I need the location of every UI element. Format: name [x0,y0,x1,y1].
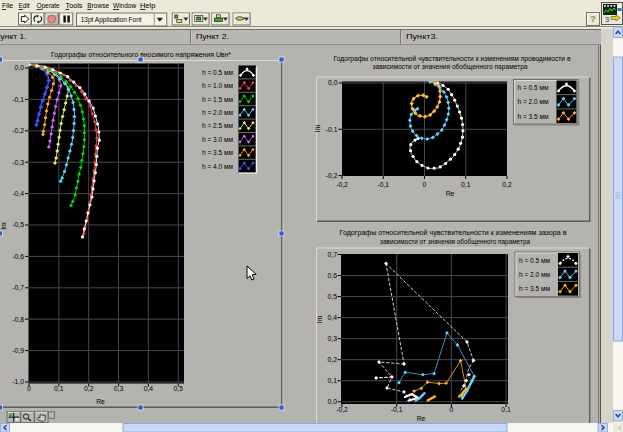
svg-text:-0,9: -0,9 [12,347,24,354]
svg-text:-0,8: -0,8 [12,316,24,323]
svg-text:13pt Application Font: 13pt Application Font [81,15,142,24]
svg-text:-0,5: -0,5 [12,221,24,228]
svg-text:Im: Im [316,315,323,323]
svg-text:0,1: 0,1 [328,377,338,384]
svg-text:Re: Re [417,415,426,422]
svg-text:h = 2.5 мм: h = 2.5 мм [202,122,233,129]
svg-text:0,3: 0,3 [114,385,124,392]
svg-text:зависимости от значения обобще: зависимости от значения обобщенного пара… [373,63,528,71]
svg-text:-0,3: -0,3 [12,159,24,166]
svg-text:-0,1: -0,1 [391,406,403,413]
svg-text:-0,2: -0,2 [12,127,24,134]
svg-text:h = 1.5 мм: h = 1.5 мм [202,96,233,103]
svg-text:0,2: 0,2 [502,181,512,188]
svg-text:Browse: Browse [87,1,109,10]
svg-text:Operate: Operate [37,1,60,10]
svg-text:0,1: 0,1 [461,181,471,188]
svg-text:Edit: Edit [19,1,31,10]
svg-text:Пункт 2.: Пункт 2. [196,32,229,41]
svg-text:-0,1: -0,1 [12,96,24,103]
svg-text:h = 0.5 мм: h = 0.5 мм [519,257,550,264]
svg-text:Пункт3.: Пункт3. [406,32,438,41]
svg-text:h = 3.5 мм: h = 3.5 мм [518,113,549,120]
svg-text:0: 0 [423,181,427,188]
svg-text:0,3: 0,3 [328,335,338,342]
svg-text:h = 2.0 мм: h = 2.0 мм [519,271,550,278]
svg-text:0,5: 0,5 [174,385,184,392]
svg-text:0,0: 0,0 [328,79,338,86]
svg-text:h = 1.0 мм: h = 1.0 мм [202,82,233,89]
svg-text:-0,4: -0,4 [12,190,24,197]
svg-text:0,2: 0,2 [84,385,94,392]
svg-text:0,7: 0,7 [328,251,338,258]
svg-text:h = 2.0 мм: h = 2.0 мм [518,98,549,105]
svg-text:0,2: 0,2 [328,356,338,363]
svg-text:Help: Help [140,1,156,10]
svg-text:-0,1: -0,1 [377,181,389,188]
svg-text:File: File [2,1,13,10]
svg-text:h = 3.5 мм: h = 3.5 мм [202,149,233,156]
svg-text:0,4: 0,4 [328,314,338,321]
svg-text:0,0: 0,0 [15,64,25,71]
svg-text:Window: Window [113,1,136,10]
svg-text:Im: Im [0,222,7,230]
svg-text:-0,1: -0,1 [326,126,338,133]
svg-text:h = 2.0 мм: h = 2.0 мм [202,109,233,116]
svg-text:-0,2: -0,2 [336,406,348,413]
svg-text:Годографы относительной чувств: Годографы относительной чувствительности… [340,229,567,237]
svg-text:-0,6: -0,6 [12,253,24,260]
svg-text:Re: Re [96,398,105,405]
svg-text:Re: Re [446,190,455,197]
svg-text:0: 0 [27,385,31,392]
svg-text:0,1: 0,1 [54,385,64,392]
svg-text:0: 0 [450,406,454,413]
svg-text:3: 3 [605,15,609,24]
svg-text:Годографы относительной чувств: Годографы относительной чувствительности… [334,55,571,63]
svg-text:h = 4.0 мм: h = 4.0 мм [202,163,233,170]
svg-text:-0,7: -0,7 [12,284,24,291]
svg-text:Im: Im [314,124,321,132]
svg-text:?: ? [590,13,596,24]
svg-text:0,6: 0,6 [328,272,338,279]
svg-text:-0,2: -0,2 [336,181,348,188]
svg-text:зависимости от значения обобще: зависимости от значения обобщенного пара… [380,238,530,246]
svg-text:h = 0.5 мм: h = 0.5 мм [202,69,233,76]
svg-text:0,1: 0,1 [501,406,511,413]
svg-text:h = 3.5 мм: h = 3.5 мм [519,285,550,292]
svg-text:0,4: 0,4 [144,385,154,392]
svg-text:h = 0.5 мм: h = 0.5 мм [518,84,549,91]
svg-text:-1,0: -1,0 [12,378,24,385]
svg-text:-0,2: -0,2 [326,172,338,179]
svg-text:Пункт 1.: Пункт 1. [0,32,27,41]
svg-text:h = 3.0 мм: h = 3.0 мм [202,136,233,143]
svg-text:0,0: 0,0 [328,398,338,405]
svg-text:Tools: Tools [66,1,83,10]
svg-text:0,5: 0,5 [328,293,338,300]
